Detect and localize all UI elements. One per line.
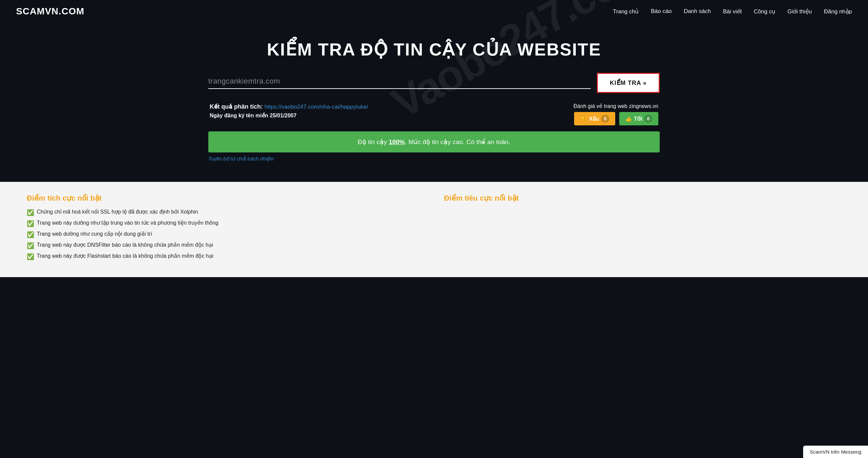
result-right: Đánh giá về trang web zingnews.vn 👎 Xấu … (574, 103, 658, 125)
messenger-widget[interactable]: ScamVN trên Messeng (803, 446, 868, 458)
thumbs-down-icon: 👎 (580, 116, 587, 122)
nav-item-articles[interactable]: Bài viết (723, 8, 742, 15)
vote-buttons: 👎 Xấu 0 👍 Tốt 0 (574, 112, 658, 125)
list-item: ✅ Trang web này được Flashstart báo cáo … (27, 253, 424, 261)
positive-item-4: Trang web này được DNSFilter báo cáo là … (37, 242, 213, 248)
review-label: Đánh giá về trang web zingnews.vn (574, 103, 658, 109)
positive-item-5: Trang web này được Flashstart báo cáo là… (37, 253, 213, 259)
trust-percent: 100% (389, 139, 405, 146)
result-meta: Kết quả phân tích: https://vaobo247.com/… (208, 103, 660, 125)
positive-heading: Điểm tích cực nổi bật (27, 194, 424, 203)
check-icon: ✅ (27, 209, 34, 216)
vote-good-count: 0 (644, 115, 652, 123)
check-icon: ✅ (27, 242, 34, 249)
list-item: ✅ Trang web này được DNSFilter báo cáo l… (27, 242, 424, 249)
positive-points-col: Điểm tích cực nổi bật ✅ Chứng chỉ mã hoá… (27, 194, 424, 264)
vote-good-label: Tốt (634, 116, 642, 122)
page-title: KIỂM TRA ĐỘ TIN CẬY CỦA WEBSITE (16, 39, 852, 60)
vote-good-button[interactable]: 👍 Tốt 0 (619, 112, 658, 125)
nav-item-login[interactable]: Đăng nhập (824, 8, 852, 15)
nav-item-tools[interactable]: Công cụ (754, 8, 775, 15)
nav-item-report[interactable]: Báo cáo (651, 8, 672, 15)
check-icon: ✅ (27, 231, 34, 238)
trust-bar: Độ tin cậy 100%. Mức độ tin cậy cao. Có … (208, 131, 660, 152)
search-button[interactable]: KIỂM TRA » (597, 73, 660, 93)
list-item: ✅ Trang web này dường như tập trung vào … (27, 220, 424, 227)
search-bar: KIỂM TRA » (208, 73, 660, 93)
hero-section: Vaobo247.com KIỂM TRA ĐỘ TIN CẬY CỦA WEB… (0, 23, 868, 182)
search-input[interactable] (208, 77, 591, 86)
nav-item-list[interactable]: Danh sách (684, 8, 711, 15)
positive-item-3: Trang web dường như cung cấp nội dung gi… (37, 231, 152, 237)
vote-bad-button[interactable]: 👎 Xấu 0 (574, 112, 615, 125)
check-icon: ✅ (27, 253, 34, 261)
disclaimer-link[interactable]: Tuyên bố từ chối trách nhiệm (208, 156, 274, 161)
content-section: Điểm tích cực nổi bật ✅ Chứng chỉ mã hoá… (0, 182, 868, 277)
result-left: Kết quả phân tích: https://vaobo247.com/… (210, 103, 368, 119)
check-icon: ✅ (27, 220, 34, 227)
vote-bad-count: 0 (601, 115, 609, 123)
thumbs-up-icon: 👍 (625, 116, 632, 122)
messenger-label: ScamVN trên Messeng (810, 449, 861, 455)
negative-points-col: Điểm tiêu cực nổi bật (444, 194, 841, 264)
positive-item-1: Chứng chỉ mã hoá kết nối SSL hợp lệ đã đ… (37, 209, 198, 215)
nav-item-home[interactable]: Trang chủ (613, 8, 639, 15)
result-url: Kết quả phân tích: https://vaobo247.com/… (210, 103, 368, 110)
positive-item-2: Trang web này dường như tập trung vào ti… (37, 220, 218, 226)
list-item: ✅ Trang web dường như cung cấp nội dung … (27, 231, 424, 238)
nav-item-about[interactable]: Giới thiệu (787, 8, 812, 15)
result-link[interactable]: https://vaobo247.com/nha-cai/happyluke/ (265, 104, 368, 110)
search-input-wrap (208, 77, 591, 89)
nav: Trang chủ Báo cáo Danh sách Bài viết Côn… (613, 8, 852, 15)
trust-text-after: . Mức độ tin cậy cao. Có thể an toàn. (405, 139, 510, 146)
negative-heading: Điểm tiêu cực nổi bật (444, 194, 841, 203)
list-item: ✅ Chứng chỉ mã hoá kết nối SSL hợp lệ đã… (27, 209, 424, 216)
disclaimer: Tuyên bố từ chối trách nhiệm (208, 156, 660, 162)
header: SCAMVN.COM Trang chủ Báo cáo Danh sách B… (0, 0, 868, 23)
logo: SCAMVN.COM (16, 6, 84, 17)
trust-text-before: Độ tin cậy (358, 139, 389, 146)
vote-bad-label: Xấu (589, 116, 599, 122)
content-columns: Điểm tích cực nổi bật ✅ Chứng chỉ mã hoá… (27, 194, 841, 264)
positive-list: ✅ Chứng chỉ mã hoá kết nối SSL hợp lệ đã… (27, 209, 424, 261)
result-label: Kết quả phân tích: (210, 103, 265, 110)
reg-date: Ngày đăng ký tên miền 25/01/2007 (210, 112, 368, 119)
